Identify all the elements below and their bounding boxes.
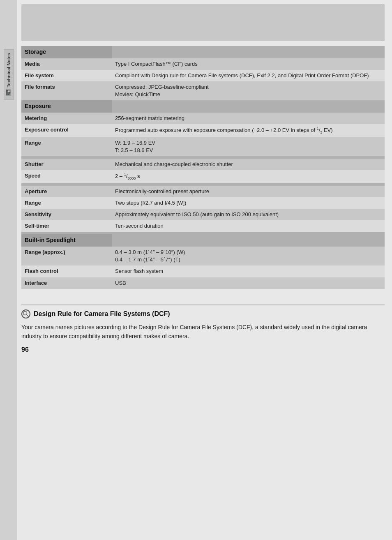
section-title-exposure: Exposure <box>21 100 112 113</box>
note-title-container: Design Rule for Camera File Systems (DCF… <box>21 309 385 318</box>
table-row: File system Compliant with Design rule f… <box>21 70 385 81</box>
row-value: Two steps (f/2.7 and f/4.5 [W]) <box>112 197 385 209</box>
row-value: 256-segment matrix metering <box>112 113 385 124</box>
sidebar: 📓 Technical Notes <box>0 0 17 540</box>
note-section: Design Rule for Camera File Systems (DCF… <box>21 305 385 353</box>
table-row: Media Type I CompactFlash™ (CF) cards <box>21 58 385 70</box>
notebook-icon: 📓 <box>5 89 12 96</box>
table-row: Shutter Mechanical and charge-coupled el… <box>21 159 385 170</box>
table-row: Interface USB <box>21 277 385 289</box>
row-value: Mechanical and charge-coupled electronic… <box>112 159 385 170</box>
section-title-exposure-empty <box>112 100 385 113</box>
magnifier-svg <box>23 311 29 317</box>
row-label: Exposure control <box>21 124 112 137</box>
section-header-storage: Storage <box>21 46 385 58</box>
table-row: Sensitivity Approximately equivalent to … <box>21 209 385 220</box>
table-row: Aperture Electronically-controlled prese… <box>21 186 385 197</box>
note-heading: Design Rule for Camera File Systems (DCF… <box>34 310 170 318</box>
row-label: Range <box>21 197 112 209</box>
row-label: Speed <box>21 170 112 183</box>
row-label: Aperture <box>21 186 112 197</box>
table-row: Self-timer Ten-second duration <box>21 220 385 232</box>
row-label: Metering <box>21 113 112 124</box>
table-row: Flash control Sensor flash system <box>21 265 385 277</box>
section-header-exposure: Exposure <box>21 100 385 113</box>
table-row: Range (approx.) 0.4 – 3.0 m (1´4″ – 9´10… <box>21 247 385 265</box>
row-label: Sensitivity <box>21 209 112 220</box>
page: 📓 Technical Notes Storage Media Type I C… <box>0 0 392 540</box>
table-row: File formats Compressed: JPEG-baseline-c… <box>21 81 385 100</box>
row-label: Range (approx.) <box>21 247 112 265</box>
table-row: Metering 256-segment matrix metering <box>21 113 385 124</box>
specs-table: Storage Media Type I CompactFlash™ (CF) … <box>21 46 385 289</box>
row-value: Approximately equivalent to ISO 50 (auto… <box>112 209 385 220</box>
table-row: Range Two steps (f/2.7 and f/4.5 [W]) <box>21 197 385 209</box>
svg-line-1 <box>27 315 29 317</box>
sidebar-label: Technical Notes <box>6 53 11 88</box>
row-label: File system <box>21 70 112 81</box>
row-label: Self-timer <box>21 220 112 232</box>
main-content: Storage Media Type I CompactFlash™ (CF) … <box>17 0 392 540</box>
row-value: Electronically-controlled preset apertur… <box>112 186 385 197</box>
row-value: W: 1.9 – 16.9 EVT: 3.5 – 18.6 EV <box>112 137 385 156</box>
dcf-icon <box>21 309 30 318</box>
table-row: Speed 2 – 1/3000 s <box>21 170 385 183</box>
svg-point-0 <box>23 311 27 315</box>
row-label: Range <box>21 137 112 156</box>
table-row: Range W: 1.9 – 16.9 EVT: 3.5 – 18.6 EV <box>21 137 385 156</box>
row-label: File formats <box>21 81 112 100</box>
section-title-speedlight-empty <box>112 234 385 247</box>
row-value: Type I CompactFlash™ (CF) cards <box>112 58 385 70</box>
row-value: Ten-second duration <box>112 220 385 232</box>
section-title-storage-empty <box>112 46 385 58</box>
page-number: 96 <box>21 346 385 353</box>
section-title-storage: Storage <box>21 46 112 58</box>
section-header-speedlight: Built-in Speedlight <box>21 234 385 247</box>
row-label: Shutter <box>21 159 112 170</box>
row-value: 2 – 1/3000 s <box>112 170 385 183</box>
row-label: Flash control <box>21 265 112 277</box>
row-value: USB <box>112 277 385 289</box>
row-value: 0.4 – 3.0 m (1´4″ – 9´10″) (W)0.4 – 1.7 … <box>112 247 385 265</box>
row-value: Programmed auto exposure with exposure c… <box>112 124 385 137</box>
row-value: Compliant with Design rule for Camera Fi… <box>112 70 385 81</box>
row-label: Interface <box>21 277 112 289</box>
row-value: Sensor flash system <box>112 265 385 277</box>
note-body: Your camera names pictures according to … <box>21 323 385 341</box>
top-header <box>21 4 385 41</box>
row-value: Compressed: JPEG-baseline-compliantMovie… <box>112 81 385 100</box>
section-title-speedlight: Built-in Speedlight <box>21 234 112 247</box>
row-label: Media <box>21 58 112 70</box>
table-row: Exposure control Programmed auto exposur… <box>21 124 385 137</box>
technical-notes-tab[interactable]: 📓 Technical Notes <box>4 49 14 100</box>
